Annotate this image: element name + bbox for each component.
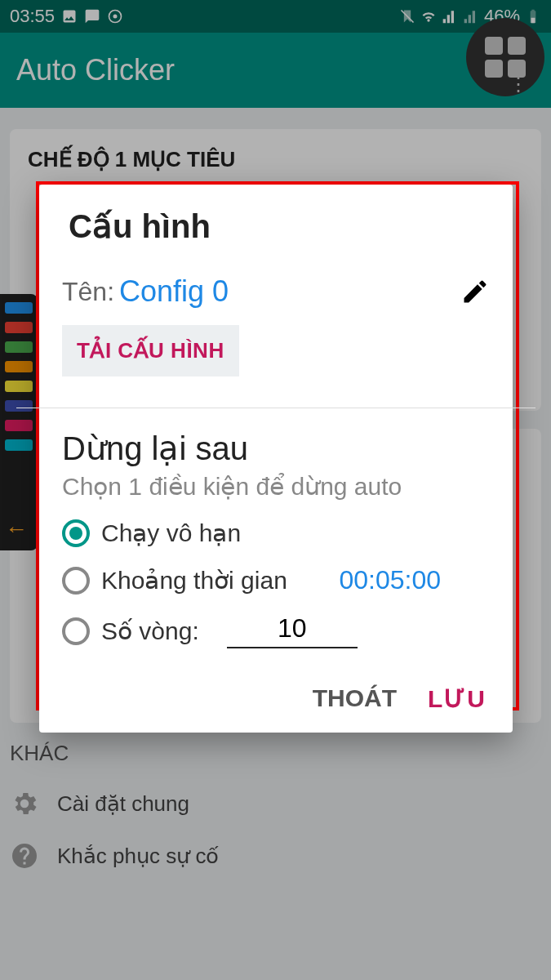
edit-icon[interactable] (460, 277, 490, 306)
radio-cycles[interactable]: Số vòng: (62, 613, 490, 648)
save-button[interactable]: LƯU (428, 684, 487, 713)
cycles-input[interactable] (227, 613, 358, 648)
config-name-value[interactable]: Config 0 (119, 274, 229, 309)
duration-value[interactable]: 00:05:00 (339, 565, 441, 595)
config-dialog: Cấu hình Tên: Config 0 TẢI CẤU HÌNH Dừng… (39, 185, 513, 733)
cancel-button[interactable]: THOÁT (313, 684, 397, 713)
divider (16, 408, 535, 408)
name-label: Tên: (62, 277, 114, 307)
config-name-row: Tên: Config 0 (62, 274, 490, 309)
radio-label: Số vòng: (101, 617, 199, 645)
dialog-title: Cấu hình (69, 207, 490, 245)
dialog-actions: THOÁT LƯU (39, 666, 513, 733)
radio-label: Chạy vô hạn (101, 519, 241, 547)
radio-button-icon[interactable] (62, 617, 90, 645)
radio-infinite[interactable]: Chạy vô hạn (62, 519, 490, 547)
stop-after-subtitle: Chọn 1 điều kiện để dừng auto (62, 472, 490, 501)
stop-after-title: Dừng lại sau (62, 430, 490, 467)
radio-label: Khoảng thời gian (101, 566, 287, 595)
radio-button-icon[interactable] (62, 519, 90, 547)
load-config-button[interactable]: TẢI CẤU HÌNH (62, 325, 239, 376)
radio-button-icon[interactable] (62, 567, 90, 595)
radio-duration[interactable]: Khoảng thời gian 00:05:00 (62, 565, 490, 595)
